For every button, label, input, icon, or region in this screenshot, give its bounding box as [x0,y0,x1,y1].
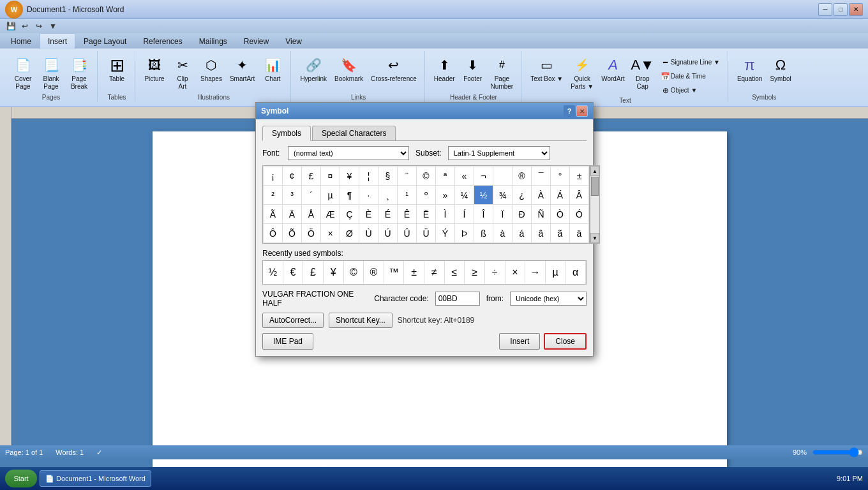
symbol-cell[interactable]: ¯ [532,167,551,186]
symbol-cell[interactable]: Ò [551,205,570,224]
recently-used-cell[interactable]: ≤ [445,261,465,284]
symbol-cell[interactable]: × [321,224,340,243]
symbol-cell[interactable]: Ú [378,224,398,243]
maximize-button[interactable]: □ [834,3,848,16]
symbol-cell[interactable]: ­ [493,167,513,186]
font-select[interactable]: (normal text) [288,146,409,160]
symbol-cell[interactable]: ¡ [264,167,283,186]
symbol-cell[interactable]: Â [570,186,589,205]
blank-page-button[interactable]: 📃 BlankPage [38,54,64,92]
recently-used-cell[interactable]: £ [303,261,324,284]
symbol-cell[interactable]: Ã [264,205,283,224]
symbol-cell[interactable]: ¿ [513,186,532,205]
cover-page-button[interactable]: 📄 CoverPage [10,54,36,92]
symbol-cell[interactable]: Ð [513,205,532,224]
symbol-cell[interactable]: ä [570,224,589,243]
symbol-cell[interactable]: ½ [474,186,493,205]
wordart-button[interactable]: A WordArt [599,54,627,84]
symbol-cell[interactable]: ¹ [398,186,417,205]
page-number-button[interactable]: # PageNumber [488,54,516,92]
hyperlink-button[interactable]: 🔗 Hyperlink [297,54,329,84]
zoom-slider[interactable] [812,447,863,457]
symbol-cell[interactable]: ® [513,167,532,186]
symbol-cell[interactable]: ¬ [474,167,493,186]
dialog-close-title-button[interactable]: ✕ [576,105,588,117]
recently-used-cell[interactable]: × [505,261,526,284]
from-select[interactable]: Unicode (hex) ASCII (decimal) ASCII (hex… [510,292,587,306]
symbol-cell[interactable]: Ü [417,224,436,243]
symbol-cell[interactable]: ¨ [398,167,417,186]
symbol-cell[interactable]: Ô [264,224,283,243]
symbol-cell[interactable]: » [436,186,455,205]
symbol-cell[interactable]: ª [436,167,455,186]
shortcut-key-button[interactable]: Shortcut Key... [329,313,393,328]
recently-used-cell[interactable]: € [283,261,304,284]
recently-used-cell[interactable]: ≥ [465,261,485,284]
shapes-button[interactable]: ⬡ Shapes [198,54,225,84]
symbol-button[interactable]: Ω Symbol [767,54,793,84]
symbol-cell[interactable]: Ê [398,205,417,224]
footer-button[interactable]: ⬇ Footer [460,54,486,84]
start-button[interactable]: Start [5,470,37,487]
symbol-cell[interactable]: Û [398,224,417,243]
symbol-cell[interactable]: ¤ [321,167,340,186]
recently-used-cell[interactable]: ¥ [324,261,344,284]
recently-used-cell[interactable]: ÷ [485,261,505,284]
close-button[interactable]: ✕ [849,3,863,16]
symbol-cell[interactable]: ¢ [283,167,302,186]
symbol-cell[interactable]: Ý [436,224,455,243]
symbol-cell[interactable]: ³ [283,186,302,205]
symbol-cell[interactable]: Õ [283,224,302,243]
quick-parts-button[interactable]: ⚡ QuickParts ▼ [568,54,596,92]
symbol-cell[interactable]: Ñ [532,205,551,224]
recently-used-cell[interactable]: ≠ [424,261,445,284]
symbol-cell[interactable]: º [417,186,436,205]
chart-button[interactable]: 📊 Chart [260,54,285,84]
symbol-cell[interactable]: â [532,224,551,243]
symbol-cell[interactable]: £ [302,167,321,186]
signature-line-button[interactable]: ━ Signature Line ▼ [658,56,722,69]
text-box-button[interactable]: ▭ Text Box ▼ [528,54,565,84]
symbol-cell[interactable]: Þ [455,224,474,243]
symbol-cell[interactable]: ¦ [359,167,378,186]
symbol-cell[interactable]: ¥ [340,167,359,186]
object-button[interactable]: ⊕ Object ▼ [658,84,722,97]
symbol-cell[interactable]: à [493,224,513,243]
recently-used-cell[interactable]: ½ [263,261,283,284]
tab-symbols[interactable]: Symbols [262,126,311,141]
symbol-cell[interactable]: À [532,186,551,205]
symbol-cell[interactable]: ¼ [455,186,474,205]
char-code-input[interactable] [435,292,480,306]
symbol-cell[interactable]: ã [551,224,570,243]
symbol-cell[interactable]: · [359,186,378,205]
ime-pad-button[interactable]: IME Pad [262,333,313,350]
clip-art-button[interactable]: ✂ ClipArt [170,54,195,92]
smartart-button[interactable]: ✦ SmartArt [227,54,257,84]
recently-used-cell[interactable]: © [344,261,364,284]
symbol-cell[interactable]: Í [455,205,474,224]
symbol-cell[interactable]: « [455,167,474,186]
subset-select[interactable]: Latin-1 Supplement [448,146,550,160]
symbol-cell[interactable]: © [417,167,436,186]
insert-button[interactable]: Insert [499,333,540,350]
recently-used-cell[interactable]: ™ [384,261,405,284]
recently-used-cell[interactable]: → [525,261,546,284]
picture-button[interactable]: 🖼 Picture [142,54,167,84]
symbol-cell[interactable]: Ù [359,224,378,243]
page-break-button[interactable]: 📑 PageBreak [66,54,92,92]
symbol-cell[interactable]: ¸ [378,186,398,205]
symbol-cell[interactable]: ´ [302,186,321,205]
symbol-cell[interactable]: ± [570,167,589,186]
redo-qa-button[interactable]: ↪ [33,20,45,32]
symbol-cell[interactable]: ¾ [493,186,513,205]
tab-page-layout[interactable]: Page Layout [75,33,135,48]
office-button[interactable]: W [5,1,23,19]
symbol-cell[interactable]: È [359,205,378,224]
symbol-cell[interactable]: Ë [417,205,436,224]
dialog-help-button[interactable]: ? [564,105,575,117]
symbol-cell[interactable]: É [378,205,398,224]
symbol-cell[interactable]: Å [302,205,321,224]
symbol-cell[interactable]: Ï [493,205,513,224]
symbol-cell[interactable]: Ç [340,205,359,224]
symbol-cell[interactable]: Î [474,205,493,224]
